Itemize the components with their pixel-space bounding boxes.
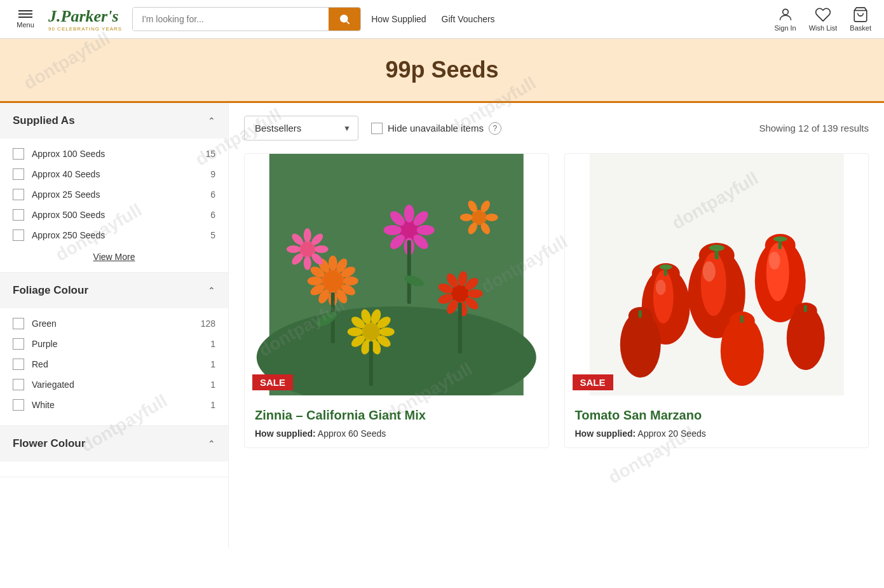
svg-point-6 (322, 270, 344, 292)
filter-item-label: Approx 500 Seeds (32, 210, 207, 220)
product-info: Zinnia – California Giant Mix How suppli… (245, 398, 548, 448)
basket-label: Basket (850, 24, 871, 32)
filter-item-count: 6 (210, 189, 215, 200)
menu-button[interactable]: Menu (13, 10, 38, 29)
supply-label: How supplied: (255, 428, 316, 439)
svg-rect-66 (407, 240, 411, 304)
svg-point-86 (773, 236, 787, 242)
svg-point-0 (341, 15, 348, 22)
filter-checkbox[interactable] (13, 338, 24, 350)
svg-rect-89 (638, 310, 641, 318)
filter-item-count: 6 (210, 210, 215, 220)
filter-item-count: 1 (210, 379, 215, 390)
svg-point-59 (486, 214, 498, 221)
search-icon (339, 13, 350, 25)
filter-header-foliage-colour[interactable]: Foliage Colour ⌃ (0, 273, 228, 308)
filter-item-label: Approx 250 Seeds (32, 230, 207, 240)
sidebar: Supplied As ⌃ Approx 100 Seeds 15 Approx… (0, 103, 229, 548)
hide-unavailable-checkbox[interactable] (371, 123, 383, 134)
svg-rect-92 (803, 305, 806, 312)
logo[interactable]: J.Parker's 90 CELEBRATING YEARS (48, 7, 122, 32)
sign-in-label: Sign In (774, 24, 796, 32)
filter-item-label: Approx 40 Seeds (32, 169, 207, 179)
heart-icon (815, 6, 831, 23)
svg-line-1 (347, 21, 350, 24)
menu-label: Menu (17, 21, 34, 29)
product-title: Zinnia – California Giant Mix (255, 407, 538, 423)
filter-header-supplied-as[interactable]: Supplied As ⌃ (0, 103, 228, 139)
svg-point-29 (468, 289, 483, 298)
filter-body-flower-colour (0, 462, 228, 477)
filter-item-count: 5 (210, 230, 215, 240)
filter-checkbox[interactable] (13, 209, 24, 221)
header: Menu J.Parker's 90 CELEBRATING YEARS How… (0, 0, 884, 39)
view-more-supplied-as[interactable]: View More (13, 252, 215, 262)
filter-item-count: 1 (210, 400, 215, 410)
filter-checkbox[interactable] (13, 189, 24, 200)
logo-main: J.Parker's (48, 7, 122, 26)
filter-body-supplied-as: Approx 100 Seeds 15 Approx 40 Seeds 9 Ap… (0, 139, 228, 272)
filter-header-flower-colour[interactable]: Flower Colour ⌃ (0, 426, 228, 462)
filter-item: Approx 40 Seeds 9 (13, 164, 215, 184)
svg-point-97 (655, 280, 665, 295)
filter-checkbox[interactable] (13, 229, 24, 241)
search-button[interactable] (329, 8, 360, 31)
supply-value: Approx 60 Seeds (318, 428, 386, 439)
product-image (245, 154, 548, 395)
product-card[interactable]: SALE Tomato San Marzano How supplied: Ap… (564, 153, 869, 448)
svg-rect-67 (458, 303, 462, 353)
search-input[interactable] (133, 8, 329, 31)
svg-point-52 (304, 256, 311, 270)
svg-point-96 (702, 261, 715, 282)
person-icon (777, 6, 794, 23)
svg-point-84 (766, 243, 789, 301)
svg-point-16 (329, 256, 337, 271)
wish-list-button[interactable]: Wish List (809, 6, 838, 32)
svg-point-81 (659, 264, 672, 270)
svg-point-50 (315, 245, 329, 253)
svg-point-54 (287, 245, 301, 253)
filter-checkbox[interactable] (13, 318, 24, 329)
filter-body-foliage-colour: Green 128 Purple 1 Red 1 Variegated 1 Wh… (0, 308, 228, 425)
filter-section-foliage-colour: Foliage Colour ⌃ Green 128 Purple 1 Red … (0, 273, 228, 426)
filter-checkbox[interactable] (13, 148, 24, 160)
foliage-colour-items: Green 128 Purple 1 Red 1 Variegated 1 Wh… (13, 313, 215, 415)
basket-button[interactable]: Basket (850, 6, 871, 32)
sign-in-button[interactable]: Sign In (774, 6, 796, 32)
svg-point-79 (653, 270, 673, 324)
filter-checkbox[interactable] (13, 379, 24, 390)
filter-item-count: 1 (210, 359, 215, 369)
filter-checkbox[interactable] (13, 359, 24, 370)
nav-how-supplied[interactable]: How Supplied (371, 14, 426, 24)
filter-item: Approx 500 Seeds 6 (13, 205, 215, 225)
filter-item: Purple 1 (13, 334, 215, 354)
main-layout: Supplied As ⌃ Approx 100 Seeds 15 Approx… (0, 103, 884, 548)
hamburger-line (18, 10, 32, 11)
supply-value: Approx 20 Seeds (637, 428, 705, 439)
help-icon[interactable]: ? (489, 122, 501, 135)
svg-point-44 (348, 327, 363, 336)
filter-checkbox[interactable] (13, 399, 24, 411)
svg-point-2 (782, 9, 788, 15)
filter-item: Green 128 (13, 313, 215, 334)
chevron-up-icon-flower: ⌃ (208, 439, 215, 449)
nav-gift-vouchers[interactable]: Gift Vouchers (442, 14, 495, 24)
product-card[interactable]: SALE Zinnia – California Giant Mix How s… (244, 153, 549, 448)
hamburger-line (18, 13, 32, 15)
filter-item-count: 15 (205, 149, 215, 159)
svg-point-56 (304, 228, 311, 242)
filter-section-flower-colour: Flower Colour ⌃ (0, 426, 228, 477)
sale-badge: SALE (252, 374, 293, 390)
filter-item: Approx 25 Seeds 6 (13, 184, 215, 205)
hide-unavailable-label: Hide unavailable items (388, 123, 484, 133)
chevron-up-icon: ⌃ (208, 116, 215, 126)
filter-item: Variegated 1 (13, 374, 215, 395)
filter-checkbox[interactable] (13, 168, 24, 180)
supplied-as-items: Approx 100 Seeds 15 Approx 40 Seeds 9 Ap… (13, 144, 215, 245)
product-image (565, 154, 869, 395)
hide-unavailable-wrapper: Hide unavailable items ? (371, 122, 501, 135)
svg-point-7 (343, 277, 358, 285)
filter-title-flower-colour: Flower Colour (13, 437, 85, 450)
logo-sub: 90 CELEBRATING YEARS (48, 26, 122, 32)
sort-select[interactable]: BestsellersPrice: Low to HighPrice: High… (244, 116, 358, 140)
